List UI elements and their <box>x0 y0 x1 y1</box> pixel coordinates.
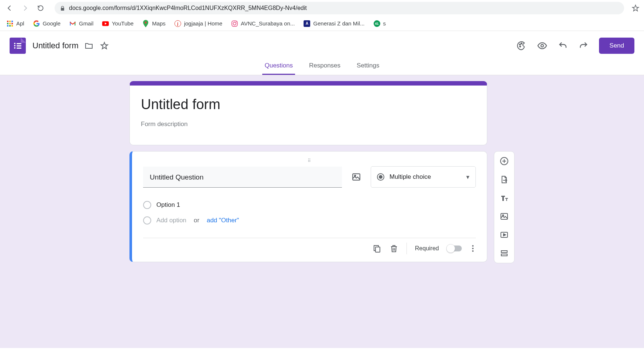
preview-icon[interactable] <box>534 38 550 54</box>
url-text: docs.google.com/forms/d/1XXiqnKwcP4lmoRL… <box>69 5 307 11</box>
chevron-down-icon: ▾ <box>466 173 470 181</box>
lock-icon <box>60 6 65 11</box>
svg-rect-16 <box>501 251 507 253</box>
option-label[interactable]: Option 1 <box>156 201 180 209</box>
tab-settings[interactable]: Settings <box>354 57 381 75</box>
tab-questions[interactable]: Questions <box>262 57 295 75</box>
tabs-bar: Questions Responses Settings <box>0 57 644 75</box>
form-canvas: Untitled form Form description ⠿ Multipl… <box>0 75 644 348</box>
bookmark-apps[interactable]: Apl <box>7 20 24 27</box>
delete-icon[interactable] <box>389 244 398 253</box>
add-image-icon[interactable] <box>500 212 509 221</box>
import-questions-icon[interactable] <box>500 175 509 184</box>
bookmark-jogjaaja[interactable]: j jogjaaja | Home <box>174 20 222 27</box>
question-type-select[interactable]: Multiple choice ▾ <box>371 166 476 188</box>
apps-icon <box>7 20 13 27</box>
bookmark-label: YouTube <box>112 20 134 27</box>
reload-button[interactable] <box>35 3 46 13</box>
bookmark-maps[interactable]: Maps <box>142 20 166 27</box>
add-option-row: Add option or add "Other" <box>143 213 476 228</box>
bookmark-label: jogjaaja | Home <box>184 20 222 27</box>
svg-point-7 <box>520 46 521 47</box>
undo-icon[interactable] <box>555 38 571 54</box>
form-description[interactable]: Form description <box>141 121 476 128</box>
question-title-input[interactable] <box>143 167 342 188</box>
add-video-icon[interactable] <box>500 230 509 239</box>
svg-rect-11 <box>375 247 380 252</box>
side-toolbar <box>494 151 515 263</box>
required-toggle[interactable] <box>447 246 462 251</box>
svg-point-3 <box>233 22 236 25</box>
svg-point-1 <box>145 21 147 23</box>
gmail-icon <box>69 20 76 27</box>
question-card[interactable]: ⠿ Multiple choice ▾ Option 1 Add option <box>129 151 487 262</box>
instagram-icon <box>231 20 238 27</box>
site-icon: j <box>174 20 181 27</box>
question-footer: Required <box>143 238 476 260</box>
tab-responses[interactable]: Responses <box>307 57 343 75</box>
bookmark-label: AVNC_Surabaya on... <box>241 20 295 27</box>
theme-icon[interactable] <box>513 38 530 54</box>
add-option-button[interactable]: Add option <box>156 217 186 224</box>
add-section-icon[interactable] <box>500 249 509 258</box>
svg-point-5 <box>520 44 521 45</box>
browser-nav-bar: docs.google.com/forms/d/1XXiqnKwcP4lmoRL… <box>0 0 644 16</box>
redo-icon[interactable] <box>575 38 592 54</box>
bookmark-label: Maps <box>152 20 166 27</box>
duplicate-icon[interactable] <box>373 244 381 253</box>
svg-point-14 <box>503 215 504 216</box>
radio-icon <box>377 173 384 181</box>
bookmark-youtube[interactable]: YouTube <box>102 20 134 27</box>
document-title[interactable]: Untitled form <box>32 41 79 51</box>
bookmark-label: Apl <box>16 20 24 27</box>
bookmark-gmail[interactable]: Gmail <box>69 20 93 27</box>
star-icon[interactable] <box>99 41 110 51</box>
or-text: or <box>194 217 199 224</box>
bookmarks-bar: Apl Google Gmail YouTube Maps j jogjaaja… <box>0 16 644 31</box>
drag-handle-icon[interactable]: ⠿ <box>143 158 476 163</box>
svg-point-4 <box>236 21 236 22</box>
form-title-card[interactable]: Untitled form Form description <box>129 81 487 145</box>
form-title[interactable]: Untitled form <box>141 97 476 112</box>
google-icon <box>33 20 40 27</box>
address-bar[interactable]: docs.google.com/forms/d/1XXiqnKwcP4lmoRL… <box>55 2 624 14</box>
site-icon: A <box>304 20 310 27</box>
add-image-icon[interactable] <box>352 172 361 182</box>
required-label: Required <box>415 245 439 252</box>
svg-point-8 <box>541 45 544 47</box>
bookmark-google[interactable]: Google <box>33 20 60 27</box>
bookmark-s[interactable]: 41 s <box>374 20 386 27</box>
bookmark-label: Gmail <box>79 20 93 27</box>
send-button[interactable]: Send <box>599 38 634 54</box>
add-title-icon[interactable] <box>500 194 509 202</box>
add-other-button[interactable]: add "Other" <box>207 217 239 224</box>
app-header: Untitled form Send <box>0 31 644 57</box>
question-type-label: Multiple choice <box>389 173 431 181</box>
maps-icon <box>142 20 149 27</box>
bookmark-label: Google <box>43 20 60 27</box>
forms-logo[interactable] <box>10 38 26 54</box>
folder-icon[interactable] <box>84 41 94 51</box>
svg-rect-2 <box>232 21 237 26</box>
forward-button[interactable] <box>20 3 30 13</box>
bookmark-avnc[interactable]: AVNC_Surabaya on... <box>231 20 295 27</box>
bookmark-label: s <box>383 20 386 27</box>
bookmark-label: Generasi Z dan Mil... <box>313 20 364 27</box>
radio-outline-icon <box>143 201 151 209</box>
site-icon: 41 <box>374 20 380 27</box>
bookmark-star-icon[interactable] <box>631 4 640 12</box>
option-row[interactable]: Option 1 <box>143 197 476 213</box>
svg-point-10 <box>354 175 356 176</box>
svg-point-6 <box>521 43 522 44</box>
divider <box>406 243 407 254</box>
youtube-icon <box>102 20 109 27</box>
svg-rect-17 <box>501 254 507 256</box>
more-options-icon[interactable] <box>470 245 476 252</box>
bookmark-generasi[interactable]: A Generasi Z dan Mil... <box>304 20 364 27</box>
back-button[interactable] <box>4 3 15 13</box>
add-question-icon[interactable] <box>500 157 509 166</box>
radio-outline-icon <box>143 216 151 225</box>
